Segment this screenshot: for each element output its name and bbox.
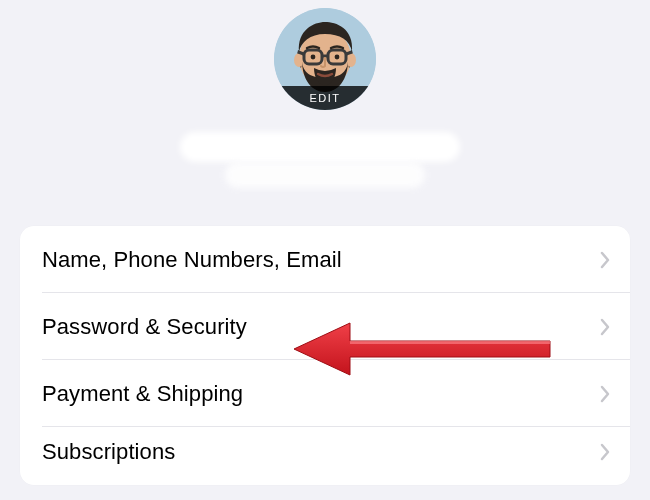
chevron-right-icon xyxy=(600,385,610,403)
row-name-phone-email[interactable]: Name, Phone Numbers, Email xyxy=(20,226,630,293)
row-label: Password & Security xyxy=(42,314,247,340)
account-header: EDIT xyxy=(0,0,650,198)
chevron-right-icon xyxy=(600,443,610,461)
redacted-name-email xyxy=(175,128,475,198)
svg-point-6 xyxy=(311,55,316,60)
chevron-right-icon xyxy=(600,318,610,336)
chevron-right-icon xyxy=(600,251,610,269)
row-password-security[interactable]: Password & Security xyxy=(20,293,630,360)
avatar-edit-button[interactable]: EDIT xyxy=(274,8,376,110)
row-label: Subscriptions xyxy=(42,439,175,465)
row-label: Name, Phone Numbers, Email xyxy=(42,247,342,273)
avatar-edit-label: EDIT xyxy=(274,86,376,110)
row-subscriptions[interactable]: Subscriptions xyxy=(20,427,630,485)
row-label: Payment & Shipping xyxy=(42,381,243,407)
svg-point-7 xyxy=(335,55,340,60)
account-settings-list: Name, Phone Numbers, Email Password & Se… xyxy=(20,226,630,485)
row-payment-shipping[interactable]: Payment & Shipping xyxy=(20,360,630,427)
